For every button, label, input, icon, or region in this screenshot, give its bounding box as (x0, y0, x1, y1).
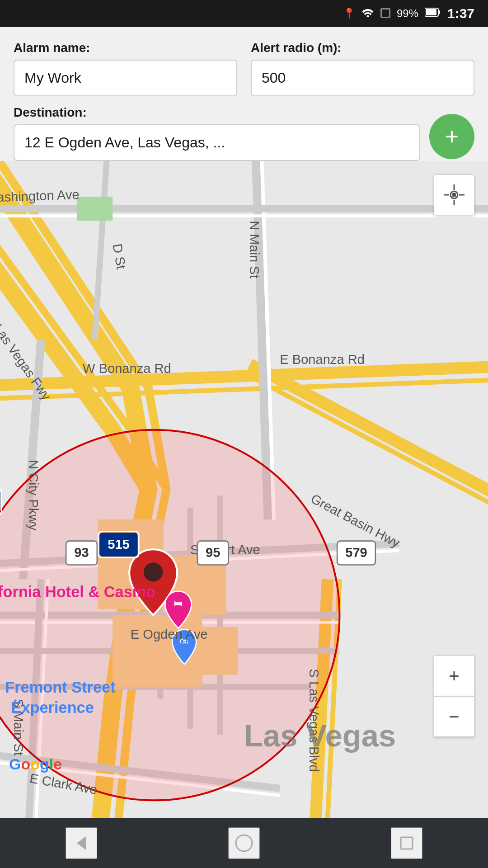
sim-icon (380, 6, 390, 21)
svg-point-54 (236, 835, 252, 851)
alarm-name-label: Alarm name: (14, 41, 237, 55)
back-button[interactable] (66, 827, 97, 859)
svg-rect-55 (401, 837, 413, 849)
add-destination-button[interactable]: + (429, 114, 474, 159)
svg-text:N Main St: N Main St (247, 221, 262, 278)
svg-rect-5 (438, 10, 440, 14)
svg-rect-35 (0, 490, 0, 514)
battery-icon (425, 7, 441, 20)
svg-text:Fremont Street: Fremont Street (5, 679, 116, 696)
navigation-bar (0, 818, 488, 868)
svg-point-0 (366, 15, 369, 18)
wifi-icon (361, 7, 374, 20)
location-status-icon: 📍 (343, 8, 355, 19)
battery-percentage: 99% (397, 7, 418, 20)
svg-text:E Bonanza Rd: E Bonanza Rd (280, 352, 365, 367)
svg-text:W Bonanza Rd: W Bonanza Rd (83, 361, 171, 376)
zoom-controls: + − (434, 656, 474, 737)
g-letter-g: G (9, 755, 21, 773)
status-bar: 📍 99% 1:37 (0, 0, 488, 27)
form-area: Alarm name: Alert radio (m): Destination… (0, 27, 488, 161)
add-icon: + (445, 125, 459, 148)
alert-radio-group: Alert radio (m): (251, 41, 474, 96)
svg-text:579: 579 (345, 545, 367, 560)
status-icons: 📍 99% 1:37 (343, 6, 474, 21)
destination-input[interactable] (14, 124, 420, 161)
map-area[interactable]: 🛏 🛍 W Washington Ave Las Vegas Fwy W Bon… (0, 161, 488, 818)
svg-text:E Ogden Ave: E Ogden Ave (131, 627, 208, 642)
zoom-in-button[interactable]: + (434, 656, 474, 696)
svg-text:95: 95 (206, 545, 220, 560)
svg-point-14 (144, 562, 163, 581)
svg-text:California Hotel & Casino: California Hotel & Casino (0, 583, 155, 600)
svg-rect-11 (77, 197, 113, 221)
destination-label: Destination: (14, 105, 420, 120)
my-location-button[interactable] (434, 175, 474, 215)
alarm-name-group: Alarm name: (14, 41, 237, 96)
status-time: 1:37 (447, 6, 474, 21)
svg-text:🛏: 🛏 (174, 599, 183, 608)
home-button[interactable] (228, 827, 260, 859)
alert-radio-input[interactable] (251, 60, 474, 96)
svg-text:Experience: Experience (11, 699, 94, 716)
recents-button[interactable] (391, 827, 422, 859)
svg-marker-53 (77, 836, 86, 850)
svg-rect-2 (382, 9, 389, 17)
svg-text:515: 515 (108, 537, 130, 552)
map-svg: 🛏 🛍 W Washington Ave Las Vegas Fwy W Bon… (0, 161, 488, 818)
svg-text:93: 93 (74, 545, 89, 560)
form-row-top: Alarm name: Alert radio (m): (14, 41, 474, 96)
google-logo: Google (9, 755, 62, 773)
svg-text:N City Pkwy: N City Pkwy (26, 460, 41, 531)
zoom-out-button[interactable]: − (434, 696, 474, 737)
destination-group: Destination: (14, 105, 420, 161)
svg-rect-4 (426, 9, 436, 15)
destination-row: Destination: + (14, 105, 474, 161)
alert-radio-label: Alert radio (m): (251, 41, 474, 55)
svg-text:Las Vegas: Las Vegas (244, 718, 396, 753)
svg-point-52 (452, 193, 456, 197)
alarm-name-input[interactable] (14, 60, 237, 96)
